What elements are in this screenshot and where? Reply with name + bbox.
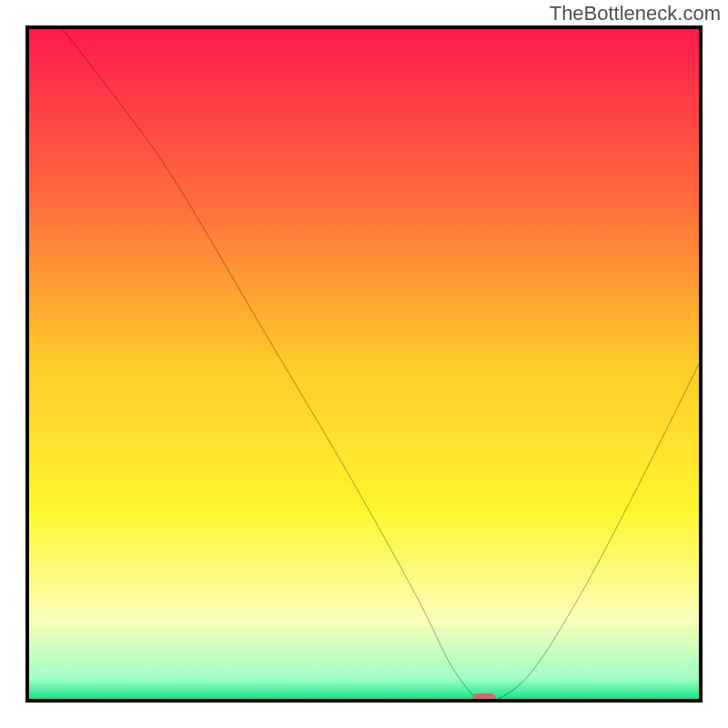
chart-container: TheBottleneck.com bbox=[0, 0, 728, 728]
watermark-text: TheBottleneck.com bbox=[550, 2, 721, 25]
plot-area bbox=[25, 25, 703, 703]
optimal-point-marker bbox=[472, 693, 496, 703]
bottleneck-curve bbox=[29, 29, 699, 699]
